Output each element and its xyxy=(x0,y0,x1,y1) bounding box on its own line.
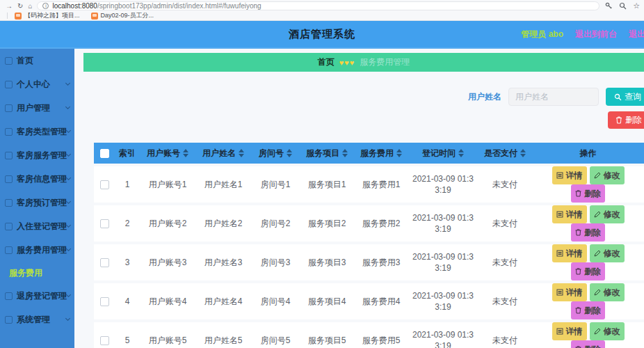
site-info-icon[interactable]: i xyxy=(42,3,49,9)
cell-paid: 未支付 xyxy=(478,166,532,203)
delete-button[interactable]: 删除 xyxy=(571,184,605,203)
search-input[interactable] xyxy=(508,88,599,106)
sidebar-item-room-service[interactable]: 客房服务管理 xyxy=(0,143,74,167)
home-nav-icon[interactable]: ⌂ xyxy=(28,3,32,10)
row-checkbox[interactable] xyxy=(100,180,109,189)
sort-icon[interactable] xyxy=(342,149,348,157)
sort-icon[interactable] xyxy=(239,149,244,157)
chevron-down-icon xyxy=(65,316,70,321)
col-room[interactable]: 房间号 xyxy=(251,143,300,164)
sidebar-item-home[interactable]: 首页 xyxy=(0,49,74,72)
cell-paid: 未支付 xyxy=(478,283,532,319)
col-fee[interactable]: 服务费用 xyxy=(354,143,408,164)
cell-time: 2021-03-09 01:33:19 xyxy=(408,166,478,203)
cell-time: 2021-03-09 01:33:19 xyxy=(408,244,478,280)
page-title: 酒店管理系统 xyxy=(289,28,355,41)
users-icon xyxy=(5,104,13,112)
edit-button[interactable]: 修改 xyxy=(590,283,625,301)
row-checkbox[interactable] xyxy=(100,258,109,267)
sidebar-item-service-fee-management[interactable]: 服务费用管理 xyxy=(0,238,74,262)
pencil-icon xyxy=(594,172,601,179)
col-item[interactable]: 服务项目 xyxy=(300,143,354,164)
search-row: 用户姓名 查询 xyxy=(83,87,644,106)
trash-icon xyxy=(575,190,581,197)
row-checkbox[interactable] xyxy=(100,297,109,306)
search-glass-icon[interactable] xyxy=(619,2,627,10)
breadcrumb-home[interactable]: 首页 xyxy=(318,56,335,68)
folder-icon xyxy=(5,128,13,136)
detail-button[interactable]: 详情 xyxy=(552,322,587,340)
sidebar-item-room-info[interactable]: 客房信息管理 xyxy=(0,167,74,191)
folder-icon xyxy=(5,246,13,254)
logout-link[interactable]: 退出登录 xyxy=(629,29,644,40)
table-row: 3用户账号3用户姓名3房间号3服务项目3服务费用32021-03-09 01:3… xyxy=(94,244,644,280)
sidebar-item-room-type[interactable]: 客房类型管理 xyxy=(0,120,74,143)
search-icon xyxy=(614,93,622,101)
sidebar-subitem-service-fee-active[interactable]: 服务费用 xyxy=(0,262,74,284)
edit-button[interactable]: 修改 xyxy=(590,322,625,340)
sidebar-item-room-booking[interactable]: 客房预订管理 xyxy=(0,191,74,214)
cell-room: 房间号3 xyxy=(251,244,300,280)
col-account[interactable]: 用户账号 xyxy=(140,143,195,164)
sort-icon[interactable] xyxy=(520,149,526,157)
cell-index: 3 xyxy=(115,244,140,280)
refresh-icon[interactable]: ↻ xyxy=(17,3,23,10)
key-icon[interactable] xyxy=(605,2,613,10)
sidebar-item-user-management[interactable]: 用户管理 xyxy=(0,96,74,120)
search-label: 用户姓名 xyxy=(468,91,501,103)
chevron-down-icon xyxy=(66,128,71,133)
sidebar-item-personal-center[interactable]: 个人中心 xyxy=(0,72,74,96)
cell-paid: 未支付 xyxy=(478,244,532,280)
folder-icon xyxy=(5,199,13,207)
favorite-star-icon[interactable]: ☆ xyxy=(633,2,640,10)
delete-button[interactable]: 删除 xyxy=(571,340,605,348)
cell-name: 用户姓名5 xyxy=(195,322,251,348)
detail-button[interactable]: 详情 xyxy=(552,166,587,184)
sidebar-item-checkin[interactable]: 入住登记管理 xyxy=(0,214,74,238)
cell-index: 4 xyxy=(115,283,140,319)
edit-button[interactable]: 修改 xyxy=(590,244,625,262)
detail-button[interactable]: 详情 xyxy=(552,244,587,262)
logout-front-link[interactable]: 退出到前台 xyxy=(575,29,617,40)
bookmark-item[interactable]: 【码神之路】项目... xyxy=(15,11,80,20)
cell-actions: 详情修改删除 xyxy=(532,283,644,319)
batch-delete-button[interactable]: 删除 xyxy=(608,111,644,129)
forward-icon[interactable]: → xyxy=(6,3,13,10)
col-time[interactable]: 登记时间 xyxy=(408,143,478,164)
folder-icon xyxy=(5,152,13,159)
col-name[interactable]: 用户姓名 xyxy=(195,143,251,164)
row-checkbox[interactable] xyxy=(100,336,109,345)
edit-button[interactable]: 修改 xyxy=(590,166,625,184)
pencil-icon xyxy=(594,289,601,296)
url-path: /springboot173pp/admin/dist/index.html#/… xyxy=(97,2,261,10)
cell-account: 用户账号5 xyxy=(140,322,195,348)
delete-button[interactable]: 删除 xyxy=(571,223,605,242)
detail-button[interactable]: 详情 xyxy=(552,205,587,223)
edit-button[interactable]: 修改 xyxy=(590,205,625,223)
pencil-icon xyxy=(594,250,601,257)
sort-icon[interactable] xyxy=(287,149,292,157)
col-paid[interactable]: 是否支付 xyxy=(478,143,532,164)
current-user-link[interactable]: 管理员 abo xyxy=(521,29,563,40)
delete-button[interactable]: 删除 xyxy=(571,262,605,280)
select-all-checkbox[interactable] xyxy=(100,149,109,158)
query-button[interactable]: 查询 xyxy=(606,88,644,106)
delete-button[interactable]: 删除 xyxy=(571,301,605,319)
document-icon xyxy=(556,211,563,218)
cell-account: 用户账号3 xyxy=(140,244,195,280)
sort-icon[interactable] xyxy=(458,149,464,157)
sort-icon[interactable] xyxy=(396,149,402,157)
bookmark-item[interactable]: Day02-09-员工分... xyxy=(91,11,154,20)
sidebar-item-checkout[interactable]: 退房登记管理 xyxy=(0,284,74,308)
row-checkbox[interactable] xyxy=(100,219,109,228)
service-fee-table: 索引 用户账号 用户姓名 房间号 服务项目 服务费用 登记时间 是否支付 操作 … xyxy=(94,140,644,348)
address-bar[interactable]: i localhost:8080/springboot173pp/admin/d… xyxy=(37,1,599,10)
main-content: 首页 ♥♥♥ 服务费用管理 用户姓名 查询 删除 xyxy=(74,49,644,348)
detail-button[interactable]: 详情 xyxy=(552,283,587,301)
document-icon xyxy=(556,250,563,257)
sidebar-item-system[interactable]: 系统管理 xyxy=(0,308,74,331)
pencil-icon xyxy=(594,328,601,335)
sort-icon[interactable] xyxy=(183,149,188,157)
cell-index: 2 xyxy=(115,205,140,242)
cell-item: 服务项目1 xyxy=(300,166,354,203)
